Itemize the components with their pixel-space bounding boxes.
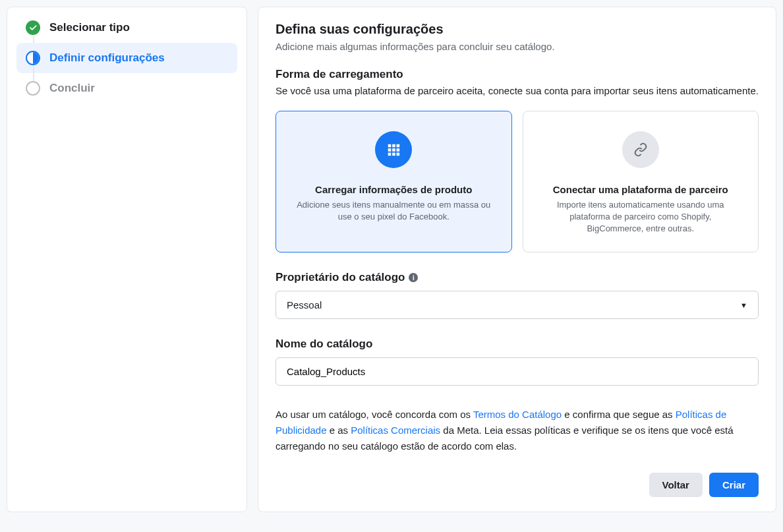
svg-rect-1 bbox=[392, 144, 395, 147]
svg-rect-3 bbox=[388, 148, 392, 152]
card-title: Conectar uma plataforma de parceiro bbox=[540, 184, 741, 195]
commercial-policies-link[interactable]: Políticas Comerciais bbox=[351, 425, 440, 436]
svg-rect-2 bbox=[397, 144, 400, 147]
grid-icon bbox=[375, 131, 412, 168]
main-panel: Defina suas configurações Adicione mais … bbox=[258, 7, 776, 512]
step-label: Concluir bbox=[49, 82, 95, 95]
catalog-name-input[interactable] bbox=[276, 357, 759, 386]
card-desc: Adicione seus itens manualmente ou em ma… bbox=[293, 199, 494, 223]
svg-rect-5 bbox=[397, 148, 400, 152]
card-title: Carregar informações de produto bbox=[293, 184, 494, 195]
wizard-sidebar: Selecionar tipo Definir configurações Co… bbox=[7, 7, 247, 512]
svg-rect-0 bbox=[388, 144, 392, 147]
card-desc: Importe itens automaticamente usando uma… bbox=[540, 199, 741, 235]
catalog-owner-select[interactable]: Pessoal ▼ bbox=[276, 291, 759, 319]
create-button[interactable]: Criar bbox=[709, 473, 759, 497]
legal-text: Ao usar um catálogo, você concorda com o… bbox=[276, 407, 759, 454]
catalog-name-label: Nome do catálogo bbox=[276, 338, 759, 351]
svg-rect-8 bbox=[397, 152, 400, 156]
step-label: Selecionar tipo bbox=[49, 21, 130, 34]
select-value: Pessoal bbox=[287, 299, 322, 310]
svg-rect-7 bbox=[392, 152, 395, 156]
svg-rect-4 bbox=[392, 148, 395, 152]
catalog-owner-label: Proprietário do catálogo i bbox=[276, 271, 759, 284]
catalog-terms-link[interactable]: Termos do Catálogo bbox=[473, 409, 562, 420]
step-label: Definir configurações bbox=[49, 51, 165, 65]
empty-circle-icon bbox=[26, 81, 40, 96]
half-circle-icon bbox=[26, 51, 40, 65]
link-icon bbox=[622, 131, 659, 168]
back-button[interactable]: Voltar bbox=[649, 473, 703, 497]
svg-rect-6 bbox=[388, 152, 392, 156]
footer-actions: Voltar Criar bbox=[276, 473, 759, 497]
step-configure-settings[interactable]: Definir configurações bbox=[16, 43, 237, 73]
step-finish[interactable]: Concluir bbox=[16, 73, 237, 103]
check-icon bbox=[26, 20, 40, 35]
card-connect-partner-platform[interactable]: Conectar uma plataforma de parceiro Impo… bbox=[523, 111, 759, 253]
chevron-down-icon: ▼ bbox=[740, 301, 747, 309]
upload-method-desc: Se você usa uma plataforma de parceiro a… bbox=[276, 84, 759, 99]
page-subtitle: Adicione mais algumas informações para c… bbox=[276, 41, 759, 52]
card-upload-product-info[interactable]: Carregar informações de produto Adicione… bbox=[276, 111, 512, 253]
step-select-type[interactable]: Selecionar tipo bbox=[16, 13, 237, 43]
upload-method-cards: Carregar informações de produto Adicione… bbox=[276, 111, 759, 253]
info-icon[interactable]: i bbox=[409, 273, 418, 282]
page-title: Defina suas configurações bbox=[276, 22, 759, 37]
upload-method-title: Forma de carregamento bbox=[276, 68, 759, 81]
